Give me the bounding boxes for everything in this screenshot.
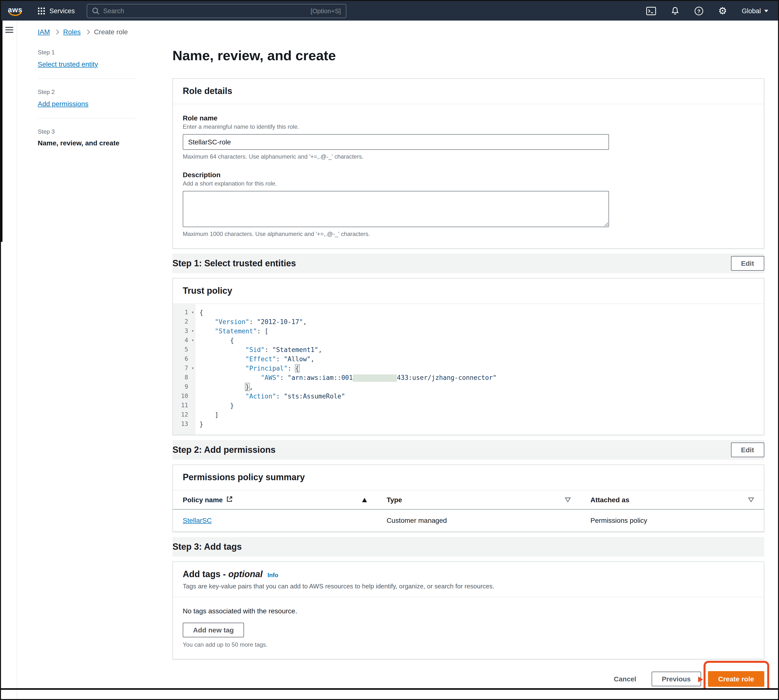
gutter-line: 7▾ [173,364,196,373]
gutter-line: 11 [173,401,196,410]
previous-button[interactable]: Previous [651,672,701,686]
code-gutter: 1▾23▾4▾567▾8910111213 [173,304,196,435]
services-menu[interactable]: Services [37,7,75,15]
code-line: }, [199,382,496,392]
sort-ascending-icon[interactable] [362,496,367,504]
role-name-help: Enter a meaningful name to identify this… [183,123,754,130]
notifications-bell-icon[interactable] [671,7,680,15]
chevron-right-icon [54,29,59,34]
aws-smile-icon [8,12,22,16]
search-icon [92,7,99,15]
gutter-line: 6 [173,354,196,364]
help-icon[interactable]: ? [694,6,704,15]
step1-section-title: Step 1: Select trusted entities [172,258,296,268]
search-shortcut: [Option+S] [311,7,341,15]
add-tags-description: Tags are key-value pairs that you can ad… [183,583,754,590]
role-name-label: Role name [183,114,754,122]
create-role-button[interactable]: Create role [708,671,764,687]
search-box[interactable]: [Option+S] [87,4,346,18]
policy-type-cell: Customer managed [377,509,580,532]
step-1-number: Step 1 [38,49,136,56]
policy-attached-as-cell: Permissions policy [580,509,764,532]
code-line: "Statement": [ [199,327,496,336]
step-2-link[interactable]: Add permissions [38,100,89,108]
divider [38,78,136,79]
gutter-line: 3▾ [173,327,196,336]
cloudshell-terminal-icon[interactable] [646,7,656,15]
filter-icon[interactable] [565,496,571,504]
step2-section-title: Step 2: Add permissions [172,445,276,455]
cancel-button[interactable]: Cancel [605,672,645,686]
add-new-tag-button[interactable]: Add new tag [183,623,244,637]
trust-policy-editor: 1▾23▾4▾567▾8910111213 { "Version": "2012… [173,304,764,435]
step-3-group: Step 3 Name, review, and create [38,128,136,147]
no-tags-message: No tags associated with the resource. [183,607,754,615]
breadcrumb-roles-link[interactable]: Roles [63,28,81,36]
trust-policy-header: Trust policy [173,278,764,304]
aws-logo[interactable]: aws [8,6,23,16]
code-line: ] [199,410,496,420]
gutter-line: 4▾ [173,336,196,345]
gutter-line: 12 [173,410,196,420]
code-line: "Principal": { [199,364,496,373]
svg-text:?: ? [697,8,700,14]
code-lines: { "Version": "2012-10-17", "Statement": … [196,304,496,435]
topbar: aws Services [Option+S] [1,1,778,20]
role-details-card: Role details Role name Enter a meaningfu… [172,78,764,249]
window-left-edge [1,20,2,242]
collapsed-sidebar [1,20,17,699]
edit-trusted-entities-button[interactable]: Edit [731,256,764,271]
step-1-link[interactable]: Select trusted entity [38,60,98,68]
column-header-type[interactable]: Type [377,490,580,509]
region-selector[interactable]: Global [742,7,768,15]
code-line: { [199,336,496,345]
step-2-number: Step 2 [38,88,136,95]
section-step1-header: Step 1: Select trusted entities Edit [172,253,764,273]
edit-permissions-button[interactable]: Edit [731,443,764,457]
breadcrumb-current: Create role [94,28,128,36]
info-link[interactable]: Info [267,572,278,578]
code-line: "Action": "sts:AssumeRole" [199,392,496,401]
step-1-group: Step 1 Select trusted entity [38,49,136,68]
breadcrumb-iam-link[interactable]: IAM [38,28,50,36]
footer-actions: Cancel Previous Create role [172,671,764,687]
code-line: "Sid": "Statement1", [199,345,496,354]
permissions-title: Permissions policy summary [183,472,305,482]
redacted-account-id [353,375,397,382]
page-title: Name, review, and create [172,48,764,63]
step3-section-title: Step 3: Add tags [172,542,242,552]
description-constraint: Maximum 1000 characters. Use alphanumeri… [183,230,754,237]
policy-name-link[interactable]: StellarSC [183,517,212,524]
code-line: { [199,308,496,317]
trust-policy-card: Trust policy 1▾23▾4▾567▾8910111213 { "Ve… [172,278,764,435]
chevron-down-icon [764,10,768,12]
settings-gear-icon[interactable]: ⚙ [718,6,727,16]
page-content: IAM Roles Create role Step 1 Select trus… [18,20,779,688]
type-column-label: Type [386,496,402,504]
role-details-title: Role details [183,86,232,96]
column-header-policy-name[interactable]: Policy name [173,490,377,509]
main-column: Name, review, and create Role details Ro… [172,40,764,687]
column-header-attached-as[interactable]: Attached as [580,490,764,509]
menu-hamburger-icon[interactable] [5,27,17,33]
filter-icon[interactable] [748,496,754,504]
gutter-line: 1▾ [173,308,196,317]
region-label: Global [742,7,761,15]
window-bottom-edge [1,688,778,690]
role-details-header: Role details [173,79,764,104]
gutter-line: 9 [173,382,196,392]
gutter-line: 5 [173,345,196,354]
section-step2-header: Step 2: Add permissions Edit [172,440,764,460]
code-line: "AWS": "arn:aws:iam::001433:user/jzhang-… [199,373,496,382]
gutter-line: 10 [173,392,196,401]
gutter-line: 8 [173,373,196,382]
add-tags-header: Add tags - optional Info Tags are key-va… [173,562,764,597]
permissions-table: Policy name [173,490,764,532]
add-tags-title: Add tags - optional [183,569,262,580]
policy-name-column-label: Policy name [183,496,223,504]
gutter-line: 2 [173,317,196,327]
description-textarea[interactable] [183,191,609,227]
search-input[interactable] [103,7,306,15]
step-3-current: Name, review, and create [38,139,136,147]
role-name-input[interactable] [183,134,609,150]
